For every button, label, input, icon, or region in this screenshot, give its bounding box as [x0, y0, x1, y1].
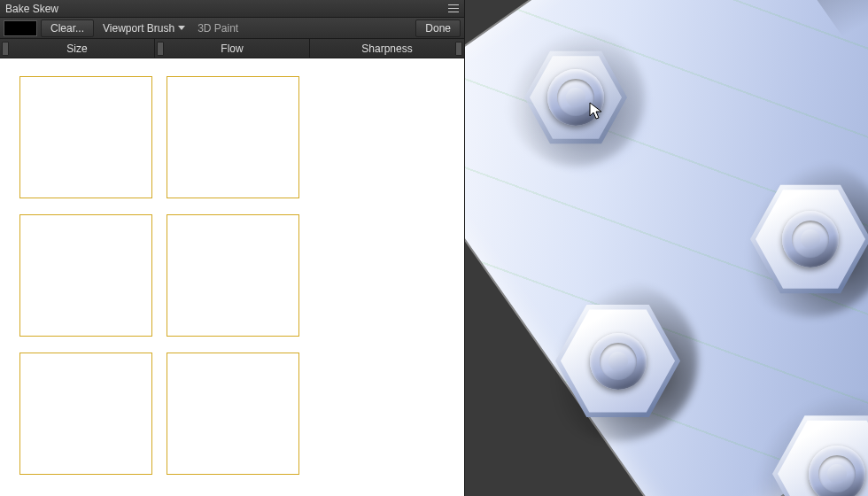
uv-tile[interactable]	[167, 353, 299, 475]
uv-tile-grid	[19, 76, 445, 475]
uv-tile[interactable]	[19, 76, 152, 198]
bolt	[762, 399, 868, 496]
slider-label: Sharpness	[361, 43, 412, 55]
slider-handle[interactable]	[157, 42, 164, 56]
slider-handle[interactable]	[2, 42, 9, 56]
bolt	[545, 288, 691, 434]
clear-button[interactable]: Clear...	[41, 19, 94, 37]
slider-row: Size Flow Sharpness	[0, 39, 464, 58]
brush-mode-label: Viewport Brush	[103, 22, 174, 35]
size-slider[interactable]: Size	[0, 39, 155, 58]
uv-tile[interactable]	[19, 353, 152, 475]
uv-tile[interactable]	[167, 76, 299, 198]
panel-menu-icon[interactable]	[448, 4, 459, 14]
panel-titlebar: Bake Skew	[0, 0, 464, 18]
slider-label: Flow	[221, 43, 243, 55]
done-button[interactable]: Done	[415, 19, 461, 37]
sharpness-slider[interactable]: Sharpness	[310, 39, 464, 58]
viewport-3d[interactable]	[465, 0, 868, 496]
toolbar: Clear... Viewport Brush 3D Paint Done	[0, 18, 464, 39]
uv-tile[interactable]	[167, 214, 299, 337]
panel-title: Bake Skew	[5, 3, 58, 15]
slider-label: Size	[66, 43, 87, 55]
color-swatch[interactable]	[4, 20, 37, 36]
uv-canvas[interactable]	[0, 58, 464, 496]
bolt	[740, 168, 868, 310]
scene	[465, 0, 868, 496]
chevron-down-icon	[178, 26, 185, 30]
slider-handle[interactable]	[455, 42, 462, 56]
flow-slider[interactable]: Flow	[155, 39, 310, 58]
tool-panel: Bake Skew Clear... Viewport Brush 3D Pai…	[0, 0, 465, 496]
bolt	[514, 35, 638, 159]
uv-tile[interactable]	[19, 214, 152, 337]
context-label: 3D Paint	[198, 22, 238, 35]
brush-mode-dropdown[interactable]: Viewport Brush	[97, 22, 190, 35]
